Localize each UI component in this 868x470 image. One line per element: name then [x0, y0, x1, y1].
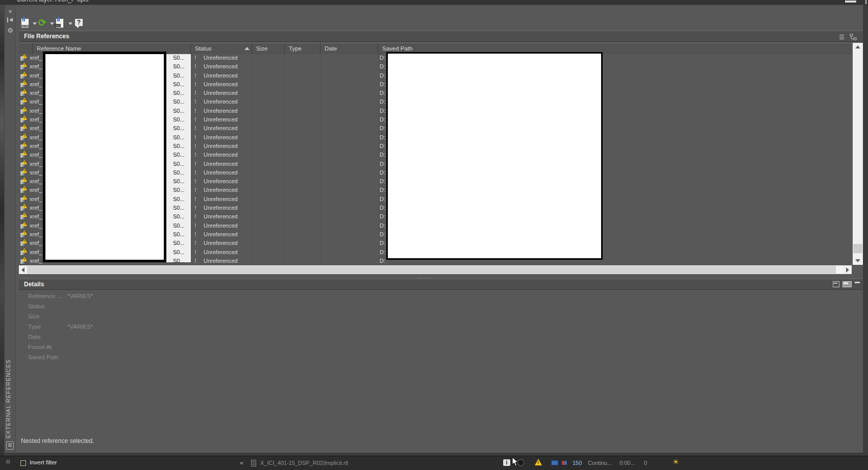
- xref-unreferenced-icon: !: [20, 134, 27, 141]
- details-field-value: *VARIES*: [67, 293, 93, 299]
- properties-gear-icon[interactable]: ⚙: [6, 27, 14, 35]
- palette-grip-icon[interactable]: [6, 441, 14, 450]
- scroll-right-button[interactable]: [842, 265, 852, 274]
- row-reference-name: xref_: [30, 116, 42, 122]
- details-field-label: Reference ...: [28, 293, 62, 299]
- tree-view-icon[interactable]: [850, 33, 857, 42]
- row-name-truncated: S0...: [173, 196, 185, 202]
- refresh-dropdown-icon[interactable]: [50, 22, 54, 25]
- status-value-zero[interactable]: 0: [644, 460, 647, 466]
- sun-icon[interactable]: ☀: [673, 458, 679, 466]
- row-status: Unreferenced: [204, 222, 238, 229]
- annotation-status-icon[interactable]: [561, 460, 567, 465]
- vertical-scroll-thumb[interactable]: [853, 244, 862, 253]
- row-status-mark: !: [194, 231, 196, 237]
- row-status-mark: !: [194, 152, 196, 158]
- row-saved-path: D:: [380, 169, 385, 176]
- row-saved-path: D:: [380, 205, 385, 211]
- list-view-icon[interactable]: ☰: [839, 34, 845, 41]
- xref-unreferenced-icon: !: [20, 196, 27, 203]
- xref-unreferenced-icon: !: [20, 116, 27, 123]
- refresh-button[interactable]: ⟳: [38, 17, 46, 28]
- row-status: Unreferenced: [204, 134, 238, 140]
- row-saved-path: D:: [380, 143, 385, 149]
- xref-unreferenced-icon: !: [20, 161, 27, 167]
- row-name-truncated: S0...: [173, 72, 185, 79]
- xref-unreferenced-icon: !: [20, 213, 27, 220]
- row-reference-name: xref_: [30, 108, 42, 114]
- xref-unreferenced-icon: !: [20, 81, 27, 88]
- details-minimize-icon[interactable]: [855, 282, 860, 283]
- close-icon[interactable]: ×: [6, 8, 14, 16]
- horizontal-scrollbar[interactable]: [19, 265, 852, 274]
- status-value-time[interactable]: 0:00...: [619, 460, 635, 466]
- row-status: Unreferenced: [204, 81, 238, 87]
- details-field-label: Size: [28, 313, 39, 319]
- invert-filter-checkbox[interactable]: [20, 460, 26, 466]
- header-type[interactable]: Type: [285, 43, 320, 54]
- details-page-icon[interactable]: [833, 281, 839, 287]
- file-references-title: File References: [24, 33, 69, 40]
- row-name-truncated: S0...: [173, 55, 185, 61]
- row-name-truncated: S0...: [173, 125, 185, 131]
- status-value-150[interactable]: 150: [573, 460, 582, 466]
- change-path-button[interactable]: [56, 18, 64, 30]
- row-saved-path: D:: [380, 81, 385, 87]
- row-status-mark: !: [194, 169, 196, 176]
- row-name-truncated: S0...: [173, 231, 185, 237]
- warning-triangle-icon[interactable]: [535, 459, 542, 465]
- row-status: Unreferenced: [204, 63, 238, 69]
- row-reference-name: xref_: [30, 81, 42, 87]
- row-status-mark: !: [194, 178, 196, 184]
- scroll-up-button[interactable]: [853, 43, 863, 51]
- collapse-chevrons[interactable]: «: [240, 459, 243, 466]
- xref-unreferenced-icon: !: [20, 125, 27, 132]
- row-reference-name: xref_: [30, 125, 42, 131]
- layout-status-icon[interactable]: [551, 460, 558, 465]
- auto-hide-icon[interactable]: [6, 17, 14, 25]
- help-button[interactable]: ?: [75, 18, 83, 30]
- row-name-truncated: S0...: [173, 134, 185, 140]
- drawing-name[interactable]: X_ICI_401-15_DSP_R02|Implicit.rtl: [260, 460, 348, 466]
- horizontal-scroll-thumb[interactable]: [27, 266, 836, 274]
- row-saved-path: D:: [380, 98, 385, 105]
- row-name-truncated: S0...: [173, 98, 185, 105]
- row-reference-name: xref_: [30, 213, 42, 219]
- details-field: Status: [19, 302, 733, 312]
- row-status-mark: !: [194, 222, 196, 229]
- row-saved-path: D:: [380, 187, 385, 193]
- row-reference-name: xref_: [30, 152, 42, 158]
- row-status-mark: !: [194, 116, 196, 122]
- row-status: Unreferenced: [204, 231, 238, 237]
- row-status: Unreferenced: [204, 98, 238, 105]
- header-size[interactable]: Size: [252, 43, 285, 54]
- row-saved-path: D:: [380, 213, 385, 219]
- info-bubble-icon[interactable]: i: [503, 459, 510, 466]
- row-reference-name: xref_: [30, 222, 42, 229]
- attach-dwg-button[interactable]: DWG: [21, 18, 29, 30]
- header-date[interactable]: Date: [320, 43, 378, 54]
- xref-unreferenced-icon: !: [20, 258, 27, 264]
- row-status-mark: !: [194, 258, 196, 264]
- row-saved-path: D:: [380, 240, 385, 246]
- scroll-down-button[interactable]: [853, 257, 863, 265]
- row-reference-name: xref_: [30, 169, 42, 176]
- preview-image-icon[interactable]: [842, 281, 852, 287]
- row-status-mark: !: [194, 98, 196, 105]
- row-reference-name: xref_: [30, 205, 42, 211]
- row-status-mark: !: [194, 213, 196, 219]
- window-minimize-fragment[interactable]: [845, 1, 856, 3]
- row-saved-path: D:: [380, 196, 385, 202]
- header-status[interactable]: Status: [191, 43, 252, 54]
- refresh-icon: ⟳: [38, 17, 46, 28]
- xref-unreferenced-icon: !: [20, 98, 27, 105]
- invert-filter-label: Invert filter: [30, 459, 57, 465]
- row-status-mark: !: [194, 90, 196, 96]
- change-path-dropdown-icon[interactable]: [68, 22, 72, 25]
- row-status: Unreferenced: [204, 72, 238, 79]
- xref-unreferenced-icon: !: [20, 187, 27, 193]
- attach-dropdown-icon[interactable]: [33, 22, 37, 25]
- row-saved-path: D:: [380, 152, 385, 158]
- vertical-scrollbar[interactable]: [853, 43, 863, 265]
- status-value-continu[interactable]: Continu...: [588, 460, 612, 466]
